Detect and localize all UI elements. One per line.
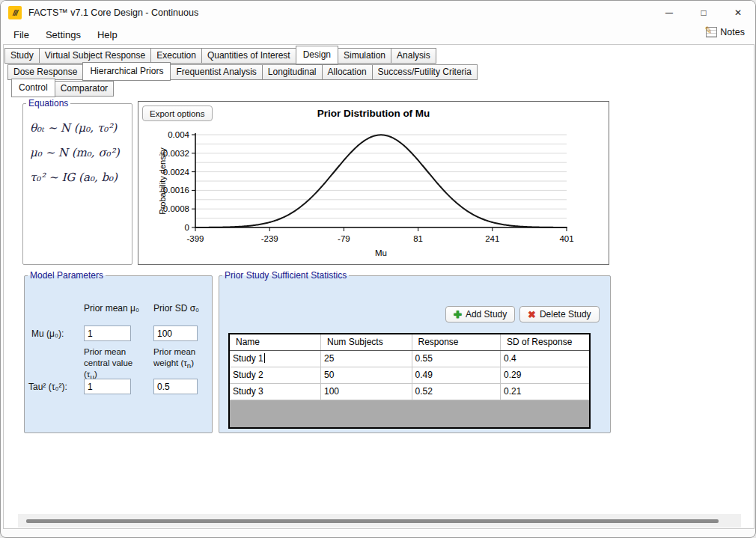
equation-tau: τ₀² ~ IG (a₀, b₀) <box>30 165 132 190</box>
cell-num-subjects[interactable]: 25 <box>321 350 412 367</box>
tab-study[interactable]: Study <box>4 48 40 64</box>
tab-allocation[interactable]: Allocation <box>322 64 373 80</box>
y-tick-label: 0.004 <box>168 130 189 139</box>
table-row: Study 3 100 0.52 0.21 <box>229 383 590 400</box>
cell-response[interactable]: 0.55 <box>412 350 500 367</box>
notes-button[interactable]: ✎ Notes <box>706 27 745 37</box>
x-tick-label: -239 <box>261 234 278 243</box>
notes-icon: ✎ <box>706 27 717 37</box>
equations-groupbox: Equations θ₀ₜ ~ N (μ₀, τ₀²) μ₀ ~ N (m₀, … <box>22 98 132 265</box>
cell-sd-of-response[interactable]: 0.21 <box>500 383 590 400</box>
close-button[interactable]: ✕ <box>721 1 755 25</box>
tab-execution[interactable]: Execution <box>150 48 202 64</box>
col-header-response[interactable]: Response <box>412 334 500 350</box>
cell-name[interactable]: Study 2 <box>229 367 321 383</box>
tab-success-futility-criteria[interactable]: Success/Futility Criteria <box>372 64 478 80</box>
app-window: /// FACTS™ v7.1 Core Design - Continuous… <box>0 0 756 538</box>
col-header-sd-of-response[interactable]: SD of Response <box>500 334 590 350</box>
model-parameters-title: Model Parameters <box>28 270 106 281</box>
prior-mean-weight-label: Prior mean weight (τn) <box>153 346 212 371</box>
tau-weight-input[interactable] <box>153 379 198 394</box>
tab-comparator[interactable]: Comparator <box>55 81 114 97</box>
prior-distribution-chart: Export options Prior Distribution of Mu … <box>138 101 609 265</box>
tab-longitudinal[interactable]: Longitudinal <box>262 64 323 80</box>
col-header-name[interactable]: Name <box>229 334 321 350</box>
tab-virtual-subject-response[interactable]: Virtual Subject Response <box>39 48 152 64</box>
minimize-icon: ─ <box>665 7 673 19</box>
cell-name[interactable]: Study 3 <box>229 383 321 400</box>
cell-sd-of-response[interactable]: 0.29 <box>500 367 590 383</box>
menu-bar: File Settings Help ✎ Notes <box>1 25 755 44</box>
empty-table-area[interactable] <box>229 400 590 428</box>
cell-sd-of-response[interactable]: 0.4 <box>500 350 590 367</box>
y-tick-label: 0.0024 <box>163 168 190 177</box>
main-tab-strip: Study Virtual Subject Response Execution… <box>4 46 436 64</box>
title-bar: /// FACTS™ v7.1 Core Design - Continuous… <box>1 1 755 25</box>
table-row: Study 1 25 0.55 0.4 <box>229 350 590 367</box>
study-table: Name Num Subjects Response SD of Respons… <box>228 333 591 429</box>
x-tick-label: -399 <box>186 234 204 243</box>
tau-central-value-input[interactable] <box>84 379 131 394</box>
pencil-icon: ✎ <box>704 24 713 37</box>
cell-num-subjects[interactable]: 100 <box>321 383 412 400</box>
app-logo-icon: /// <box>8 6 22 19</box>
x-tick-label: 401 <box>559 234 573 243</box>
equation-mu: μ₀ ~ N (m₀, σ₀²) <box>30 141 132 165</box>
tab-control[interactable]: Control <box>11 79 55 97</box>
horizontal-scrollbar[interactable] <box>18 514 741 528</box>
delete-study-button[interactable]: ✖ Delete Study <box>519 306 600 323</box>
menu-file[interactable]: File <box>5 26 37 43</box>
prior-mean-central-value-label: Prior mean central value (τμ) <box>84 346 138 382</box>
prior-mean-header: Prior mean μ₀ <box>84 303 139 314</box>
tab-page: Study Virtual Subject Response Execution… <box>3 44 755 529</box>
add-study-button[interactable]: ✚ Add Study <box>445 306 515 323</box>
equation-theta: θ₀ₜ ~ N (μ₀, τ₀²) <box>30 116 132 141</box>
delete-cross-icon: ✖ <box>528 309 536 320</box>
tab-simulation[interactable]: Simulation <box>338 48 391 64</box>
cell-name[interactable]: Study 1 <box>229 350 321 367</box>
menu-settings[interactable]: Settings <box>37 26 89 43</box>
table-row: Study 2 50 0.49 0.29 <box>229 367 590 383</box>
prior-study-title: Prior Study Sufficient Statistics <box>222 270 349 281</box>
delete-study-label: Delete Study <box>540 309 591 320</box>
tab-dose-response[interactable]: Dose Response <box>7 64 83 80</box>
mu-prior-sd-input[interactable] <box>153 325 198 341</box>
tab-frequentist-analysis[interactable]: Frequentist Analysis <box>170 64 262 80</box>
maximize-button[interactable]: □ <box>686 1 721 25</box>
cell-response[interactable]: 0.52 <box>412 383 500 400</box>
tau-row-label: Tau² (τ₀²): <box>28 382 67 392</box>
x-tick-label: -79 <box>338 234 350 243</box>
tab-analysis[interactable]: Analysis <box>391 48 436 64</box>
model-parameters-groupbox: Model Parameters Prior mean μ₀ Prior SD … <box>24 270 213 433</box>
prior-sd-header: Prior SD σ₀ <box>153 303 199 314</box>
scrollbar-thumb[interactable] <box>26 519 719 523</box>
prior-chart-svg: 00.00080.00160.00240.00320.004-399-239-7… <box>138 124 609 263</box>
y-tick-label: 0.0016 <box>163 186 189 195</box>
mu-prior-mean-input[interactable] <box>84 325 131 341</box>
text-caret <box>264 353 265 363</box>
cell-response[interactable]: 0.49 <box>412 367 500 383</box>
equations-title: Equations <box>26 98 70 108</box>
chart-title: Prior Distribution of Mu <box>138 108 609 119</box>
x-tick-label: 81 <box>413 234 423 243</box>
add-plus-icon: ✚ <box>454 309 462 320</box>
y-tick-label: 0.0008 <box>163 204 189 213</box>
prior-study-groupbox: Prior Study Sufficient Statistics ✚ Add … <box>219 270 611 433</box>
y-tick-label: 0.0032 <box>163 149 189 158</box>
notes-label: Notes <box>720 27 745 37</box>
add-study-label: Add Study <box>466 309 507 320</box>
x-axis-label: Mu <box>195 248 567 257</box>
table-header-row: Name Num Subjects Response SD of Respons… <box>229 334 590 350</box>
x-tick-label: 241 <box>485 234 499 243</box>
y-tick-label: 0 <box>185 223 189 232</box>
menu-help[interactable]: Help <box>89 26 126 43</box>
minimize-button[interactable]: ─ <box>652 1 686 25</box>
cell-num-subjects[interactable]: 50 <box>321 367 412 383</box>
priors-tab-strip: Control Comparator <box>11 79 113 97</box>
col-header-num-subjects[interactable]: Num Subjects <box>321 334 412 350</box>
mu-row-label: Mu (μ₀): <box>31 328 64 339</box>
table-filler-row <box>229 400 590 428</box>
window-controls: ─ □ ✕ <box>652 1 755 25</box>
design-tab-strip: Dose Response Hierarchical Priors Freque… <box>7 62 477 80</box>
tab-quantities-of-interest[interactable]: Quantities of Interest <box>201 48 296 64</box>
